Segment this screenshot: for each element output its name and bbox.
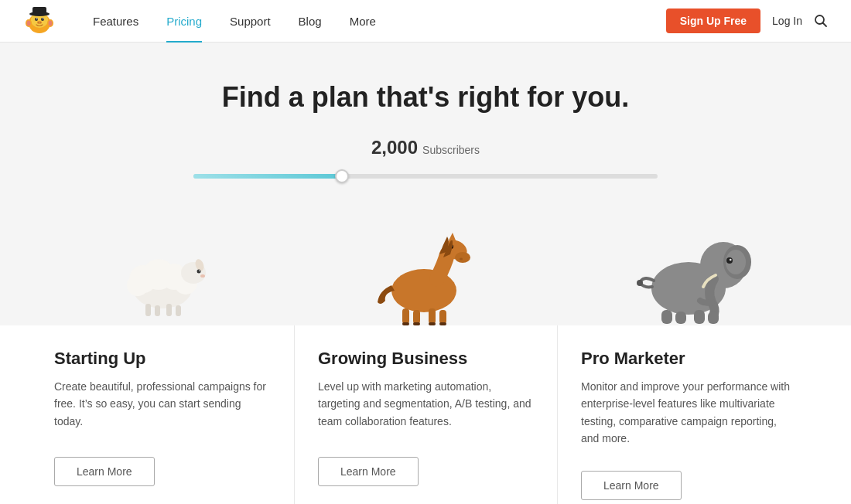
plan-desc-starting-up: Create beautiful, professional campaigns… — [54, 378, 271, 434]
plan-title-growing-business: Growing Business — [318, 349, 534, 369]
slider-fill — [193, 174, 342, 179]
svg-rect-28 — [145, 304, 151, 316]
nav-links: Features Pricing Support Blog More — [79, 0, 666, 43]
svg-point-12 — [49, 21, 53, 26]
lamb-illustration — [108, 233, 217, 318]
svg-point-26 — [199, 270, 200, 271]
animal-elephant-col — [557, 217, 820, 325]
svg-rect-45 — [429, 322, 436, 325]
svg-rect-42 — [439, 310, 446, 324]
slider-thumb — [335, 169, 349, 183]
plans-section: Starting Up Create beautiful, profession… — [0, 217, 851, 504]
svg-line-16 — [823, 23, 827, 27]
nav-support[interactable]: Support — [216, 0, 285, 43]
svg-point-8 — [40, 22, 42, 23]
horse-illustration — [364, 225, 487, 325]
svg-point-7 — [38, 22, 39, 23]
logo[interactable] — [23, 5, 56, 37]
svg-rect-55 — [675, 312, 686, 324]
svg-point-34 — [455, 252, 470, 263]
plan-title-starting-up: Starting Up — [54, 349, 271, 369]
nav-pricing[interactable]: Pricing — [152, 0, 216, 43]
svg-rect-44 — [413, 322, 420, 325]
svg-rect-29 — [155, 305, 160, 316]
plan-desc-growing-business: Level up with marketing automation, targ… — [318, 378, 534, 434]
svg-point-35 — [460, 258, 463, 261]
nav-more[interactable]: More — [336, 0, 390, 43]
svg-rect-54 — [661, 310, 672, 324]
svg-rect-56 — [694, 310, 705, 324]
signup-button[interactable]: Sign Up Free — [666, 9, 760, 33]
svg-rect-46 — [439, 322, 446, 325]
animal-horse-col — [294, 225, 557, 325]
subscribers-count: 2,000Subscribers — [15, 137, 836, 158]
svg-rect-40 — [413, 310, 420, 324]
navbar: Features Pricing Support Blog More Sign … — [0, 0, 851, 43]
plan-desc-pro-marketer: Monitor and improve your performance wit… — [581, 378, 797, 448]
plan-card-pro-marketer: Pro Marketer Monitor and improve your pe… — [557, 325, 820, 504]
svg-rect-43 — [402, 322, 409, 325]
svg-rect-30 — [166, 304, 172, 316]
svg-point-4 — [36, 19, 37, 19]
svg-point-22 — [127, 274, 149, 296]
plan-card-growing-business: Growing Business Level up with marketing… — [294, 325, 557, 504]
svg-point-53 — [637, 280, 643, 286]
svg-point-10 — [27, 21, 31, 26]
svg-point-5 — [43, 19, 43, 19]
svg-point-2 — [35, 18, 38, 21]
animal-lamb-col — [31, 233, 294, 325]
svg-rect-14 — [32, 7, 46, 15]
learn-more-growing-business[interactable]: Learn More — [318, 457, 419, 486]
svg-rect-39 — [402, 308, 409, 324]
login-button[interactable]: Log In — [772, 15, 802, 27]
svg-rect-31 — [176, 305, 181, 316]
svg-rect-57 — [708, 312, 719, 324]
svg-point-51 — [726, 257, 733, 264]
elephant-illustration — [623, 217, 754, 325]
animals-row — [0, 217, 851, 325]
subscribers-slider[interactable] — [193, 166, 658, 186]
plan-title-pro-marketer: Pro Marketer — [581, 349, 797, 369]
svg-rect-41 — [429, 308, 436, 324]
cards-row: Starting Up Create beautiful, profession… — [0, 325, 851, 504]
svg-point-27 — [200, 274, 205, 278]
nav-features[interactable]: Features — [79, 0, 152, 43]
svg-point-25 — [197, 270, 201, 274]
plan-card-starting-up: Starting Up Create beautiful, profession… — [31, 325, 294, 504]
learn-more-starting-up[interactable]: Learn More — [54, 457, 155, 486]
search-icon[interactable] — [814, 14, 828, 28]
svg-marker-38 — [449, 233, 456, 240]
hero-section: Find a plan that's right for you. 2,000S… — [0, 43, 851, 217]
navbar-actions: Sign Up Free Log In — [666, 9, 828, 33]
learn-more-pro-marketer[interactable]: Learn More — [581, 471, 682, 500]
svg-point-52 — [730, 259, 732, 261]
hero-title: Find a plan that's right for you. — [15, 81, 836, 114]
nav-blog[interactable]: Blog — [285, 0, 336, 43]
svg-point-3 — [41, 18, 44, 21]
